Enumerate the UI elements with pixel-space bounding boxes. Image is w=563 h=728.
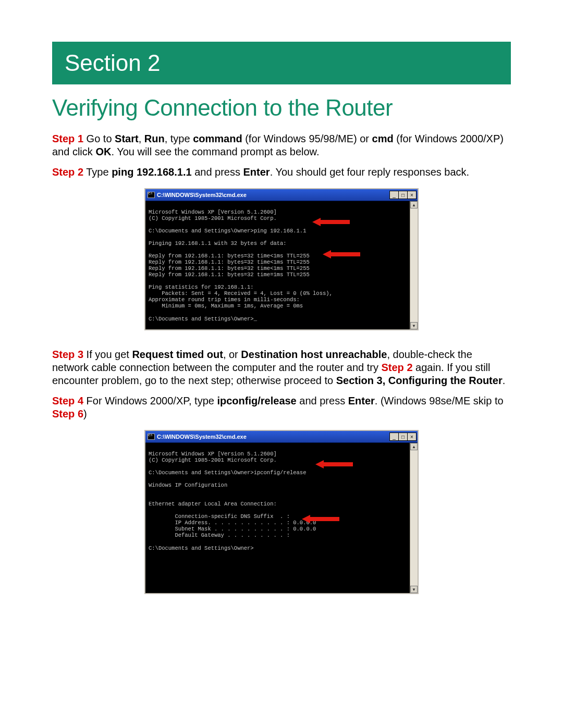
minimize-button[interactable]: _ xyxy=(389,191,399,199)
step-3-text: Step 3 If you get Request timed out, or … xyxy=(52,348,511,387)
cmd-window: C:\WINDOWS\System32\cmd.exe _ □ × ▲ ▼ Mi… xyxy=(144,188,419,330)
cmd-bold: cmd xyxy=(372,133,394,144)
step-4-label: Step 4 xyxy=(52,395,83,406)
scroll-up-button[interactable]: ▲ xyxy=(410,443,418,450)
run-bold: Run xyxy=(144,133,165,144)
text: . xyxy=(503,375,506,386)
cmd-body: ▲ ▼ Microsoft Windows XP [Version 5.1.26… xyxy=(145,201,418,329)
text: Type xyxy=(83,166,112,178)
text: . You should get four reply responses ba… xyxy=(270,166,469,178)
text: , xyxy=(139,133,144,144)
text: , or xyxy=(223,349,241,360)
step-2-label: Step 2 xyxy=(52,166,83,178)
step-3-label: Step 3 xyxy=(52,349,83,360)
cmd-titlebar: C:\WINDOWS\System32\cmd.exe _ □ × xyxy=(145,431,418,443)
text: . You will see the command prompt as bel… xyxy=(111,146,319,157)
text: For Windows 2000/XP, type xyxy=(83,395,217,406)
close-button[interactable]: × xyxy=(407,191,417,199)
window-controls: _ □ × xyxy=(390,433,417,441)
start-bold: Start xyxy=(115,133,139,144)
text: If you get xyxy=(83,349,132,360)
step-1-text: Step 1 Go to Start, Run, type command (f… xyxy=(52,132,511,158)
command-bold: command xyxy=(193,133,242,144)
step-2-ref: Step 2 xyxy=(382,362,413,373)
step-4-text: Step 4 For Windows 2000/XP, type ipconfi… xyxy=(52,394,511,421)
text: . (Windows 98se/ME skip to xyxy=(375,395,504,406)
cmd-title-text: C:\WINDOWS\System32\cmd.exe xyxy=(157,192,247,198)
cmd-output: Microsoft Windows XP [Version 5.1.2600] … xyxy=(149,209,414,322)
text: (for Windows 95/98/ME) or xyxy=(242,133,372,144)
step-1-label: Step 1 xyxy=(52,133,83,144)
ping-bold: ping 192.168.1.1 xyxy=(112,166,191,178)
step-2-text: Step 2 Type ping 192.168.1.1 and press E… xyxy=(52,166,511,179)
rto-bold: Request timed out xyxy=(132,349,223,360)
text: and press xyxy=(297,395,348,406)
enter-bold: Enter xyxy=(243,166,270,178)
scrollbar[interactable]: ▲ ▼ xyxy=(410,443,418,593)
scroll-down-button[interactable]: ▼ xyxy=(410,322,418,329)
cmd-title-text: C:\WINDOWS\System32\cmd.exe xyxy=(157,434,247,440)
text: ) xyxy=(83,408,87,419)
cmd-icon xyxy=(148,434,155,440)
cmd-titlebar-left: C:\WINDOWS\System32\cmd.exe xyxy=(148,192,247,198)
document-page: Section 2 Verifying Connection to the Ro… xyxy=(0,0,563,653)
maximize-button[interactable]: □ xyxy=(398,191,408,199)
minimize-button[interactable]: _ xyxy=(389,433,399,441)
cmd-output: Microsoft Windows XP [Version 5.1.2600] … xyxy=(149,451,414,551)
close-button[interactable]: × xyxy=(407,433,417,441)
section-banner: Section 2 xyxy=(52,42,511,84)
text: and press xyxy=(192,166,243,178)
step-6-ref: Step 6 xyxy=(52,408,83,419)
ok-bold: OK xyxy=(95,146,111,157)
scrollbar[interactable]: ▲ ▼ xyxy=(410,201,418,329)
cmd-screenshot-1: C:\WINDOWS\System32\cmd.exe _ □ × ▲ ▼ Mi… xyxy=(52,188,511,330)
cmd-screenshot-2: C:\WINDOWS\System32\cmd.exe _ □ × ▲ ▼ Mi… xyxy=(52,430,511,594)
cmd-titlebar-left: C:\WINDOWS\System32\cmd.exe xyxy=(148,434,247,440)
enter-bold: Enter xyxy=(348,395,375,406)
cmd-body: ▲ ▼ Microsoft Windows XP [Version 5.1.26… xyxy=(145,443,418,593)
ipconfig-bold: ipconfig/release xyxy=(217,395,296,406)
scroll-up-button[interactable]: ▲ xyxy=(410,201,418,208)
cmd-window: C:\WINDOWS\System32\cmd.exe _ □ × ▲ ▼ Mi… xyxy=(144,430,419,594)
text: Go to xyxy=(83,133,115,144)
section3-bold: Section 3, Configuring the Router xyxy=(336,375,503,386)
scroll-down-button[interactable]: ▼ xyxy=(410,586,418,593)
cmd-icon xyxy=(148,192,155,198)
cmd-titlebar: C:\WINDOWS\System32\cmd.exe _ □ × xyxy=(145,189,418,201)
page-title: Verifying Connection to the Router xyxy=(52,95,511,121)
dhu-bold: Destination host unreachable xyxy=(241,349,387,360)
maximize-button[interactable]: □ xyxy=(398,433,408,441)
window-controls: _ □ × xyxy=(390,191,417,199)
text: , type xyxy=(165,133,193,144)
